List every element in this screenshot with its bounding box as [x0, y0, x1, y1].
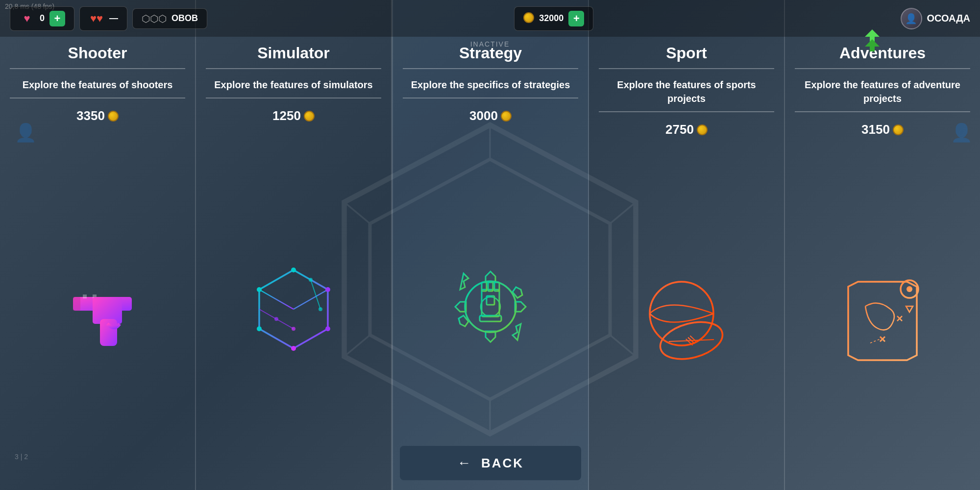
health-add-button[interactable]: +: [49, 11, 65, 26]
coin-icon: [523, 12, 534, 25]
hud-right: 👤 ОСОАДА: [901, 8, 970, 29]
adventures-coin-icon: [893, 124, 904, 135]
health-pill: ♥ 0 +: [10, 6, 74, 31]
simulator-title: Simulator: [252, 44, 335, 62]
adventures-desc: Explore the features of adventure projec…: [785, 78, 980, 105]
svg-point-22: [257, 287, 262, 292]
sport-desc: Explore the features of sports projects: [589, 78, 784, 105]
back-button[interactable]: ← BACK: [400, 446, 581, 480]
shooter-price-value: 3350: [76, 108, 105, 123]
adventures-price: 3150: [861, 122, 904, 137]
simulator-price-value: 1250: [272, 108, 301, 123]
hud-center: 32000 +: [514, 6, 593, 31]
gun-icon: [44, 270, 151, 358]
shooter-divider: [10, 68, 185, 69]
svg-line-18: [294, 290, 328, 309]
strategy-price: 3000: [469, 108, 512, 123]
sport-divider: [599, 68, 774, 69]
simulator-divider2: [206, 98, 381, 98]
shooter-desc: Explore the features of shooters: [13, 78, 183, 92]
shooter-divider2: [10, 98, 185, 98]
health-pill-2: ♥♥ —: [79, 6, 127, 31]
rank-arrows: [862, 27, 882, 54]
hud-bar: ♥ 0 + ♥♥ — ⬡⬡⬡ OBOB 32000 + 👤 ОСОАДА: [0, 0, 980, 37]
avatar: 👤: [901, 8, 922, 29]
sport-coin-icon: [697, 124, 708, 135]
hud-left: ♥ 0 + ♥♥ — ⬡⬡⬡ OBOB: [10, 6, 207, 31]
coins-pill: 32000 +: [514, 6, 593, 31]
svg-point-29: [318, 307, 322, 311]
orbs-value: OBOB: [172, 13, 198, 24]
svg-point-33: [292, 327, 295, 331]
svg-rect-36: [482, 290, 499, 317]
shooter-icon-area: [44, 138, 151, 490]
simulator-coin-icon: [304, 111, 315, 122]
simulator-divider: [206, 68, 381, 69]
svg-point-23: [325, 326, 330, 331]
svg-point-25: [291, 346, 296, 351]
shooter-title: Shooter: [63, 44, 132, 62]
adventures-title: Adventures: [834, 44, 931, 62]
chess-gear-icon: [441, 260, 539, 368]
inactive-label: INACTIVE: [470, 40, 510, 48]
simulator-icon-area: [245, 138, 343, 490]
adventures-price-value: 3150: [861, 122, 890, 137]
col-simulator[interactable]: Simulator Explore the features of simula…: [196, 0, 392, 490]
heart-icon: ♥: [19, 11, 35, 26]
svg-line-26: [294, 270, 311, 280]
svg-point-21: [325, 287, 330, 292]
username-label: ОСОАДА: [927, 13, 970, 24]
coins-value: 32000: [539, 13, 564, 24]
sport-divider2: [599, 111, 774, 112]
strategy-price-value: 3000: [469, 108, 498, 123]
map-icon: [833, 267, 931, 375]
sport-balls-icon: [633, 267, 740, 375]
svg-point-58: [906, 286, 912, 292]
health-value-2: —: [109, 13, 118, 24]
simulator-price: 1250: [272, 108, 315, 123]
strategy-desc: Explore the specifics of strategies: [401, 78, 580, 92]
col-shooter[interactable]: Shooter Explore the features of shooters…: [0, 0, 196, 490]
sport-price-value: 2750: [665, 122, 694, 137]
strategy-divider: [403, 68, 578, 69]
shooter-price: 3350: [76, 108, 119, 123]
coins-add-button[interactable]: +: [568, 11, 584, 26]
orbs-icon: ⬡⬡⬡: [142, 13, 167, 24]
col-sport[interactable]: Sport Explore the features of sports pro…: [589, 0, 785, 490]
svg-line-32: [276, 319, 294, 329]
svg-point-35: [481, 297, 500, 317]
col-strategy[interactable]: Strategy Explore the specifics of strate…: [392, 0, 589, 490]
sport-icon-area: [633, 152, 740, 490]
svg-line-56: [870, 339, 880, 343]
strategy-icon-area: [441, 138, 539, 490]
orbs-pill: ⬡⬡⬡ OBOB: [132, 8, 207, 29]
strategy-coin-icon: [501, 111, 512, 122]
columns-wrapper: Shooter Explore the features of shooters…: [0, 0, 980, 490]
svg-marker-9: [865, 39, 880, 51]
shooter-coin-icon: [108, 111, 119, 122]
user-area: 👤 ОСОАДА: [901, 8, 970, 29]
back-arrow-icon: ←: [457, 455, 472, 471]
adventures-divider2: [795, 111, 970, 112]
cube-circuit-icon: [245, 260, 343, 368]
person-icon-right: 👤: [951, 122, 973, 143]
svg-line-19: [259, 290, 294, 309]
adventures-icon-area: [833, 152, 931, 490]
back-label: BACK: [481, 456, 524, 471]
svg-rect-11: [83, 294, 87, 298]
sport-price: 2750: [665, 122, 708, 137]
hearts-icon: ♥♥: [89, 11, 104, 26]
svg-point-24: [257, 326, 262, 331]
simulator-desc: Explore the features of simulators: [204, 78, 382, 92]
adventures-divider: [795, 68, 970, 69]
svg-rect-15: [73, 297, 80, 311]
person-icon: 👤: [15, 122, 37, 143]
sport-title: Sport: [661, 44, 712, 62]
health-value: 0: [40, 13, 45, 24]
bottom-nums: 3 | 2: [15, 453, 28, 461]
strategy-divider2: [403, 98, 578, 98]
col-adventures[interactable]: Adventures Explore the features of adven…: [785, 0, 980, 490]
svg-line-30: [259, 309, 276, 319]
